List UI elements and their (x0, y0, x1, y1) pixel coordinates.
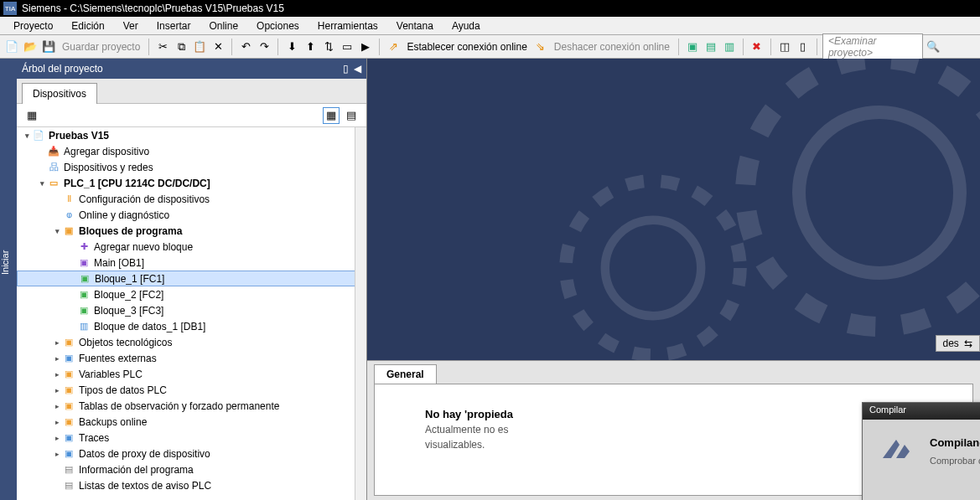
go-online-label[interactable]: Establecer conexión online (403, 41, 530, 53)
project-tree[interactable]: ▾📄Pruebas V15📥Agregar dispositivo品Dispos… (17, 127, 366, 500)
tree-item[interactable]: ▤Listas de textos de aviso PLC (17, 477, 366, 493)
paste-icon[interactable]: 📋 (191, 39, 208, 55)
expand-icon[interactable]: ▸ (52, 418, 62, 426)
tree-tool-icon[interactable]: ▦ (23, 107, 40, 124)
search-input[interactable]: <Examinar proyecto> (822, 34, 923, 60)
search-go-icon[interactable]: 🔍 (925, 39, 941, 55)
redo-icon[interactable]: ↷ (256, 39, 272, 55)
tool-icon-4[interactable]: ✖ (749, 39, 765, 55)
panel-collapse-icon[interactable]: ◀ (354, 63, 361, 75)
tree-item[interactable]: ▸▣Datos de proxy de dispositivo (17, 446, 366, 461)
menu-proyecto[interactable]: Proyecto (5, 18, 61, 34)
node-icon: ▣ (62, 337, 75, 348)
node-label: Tablas de observación y forzado permanen… (79, 400, 279, 412)
tree-item[interactable]: ▣Main [OB1] (17, 255, 366, 271)
tree-item[interactable]: ✚Agregar nuevo bloque (17, 239, 366, 255)
tree-item[interactable]: ▾▭PLC_1 [CPU 1214C DC/DC/DC] (17, 175, 366, 191)
tree-item[interactable]: ▤Información del programa (17, 461, 366, 477)
tree-item[interactable]: ▸▣Tipos de datos PLC (17, 382, 366, 398)
view-grid-icon[interactable]: ▦ (323, 107, 340, 124)
undo-icon[interactable]: ↶ (237, 39, 254, 55)
node-label: Listas de textos de aviso PLC (79, 480, 211, 492)
expand-icon[interactable]: ▸ (52, 370, 62, 379)
left-rail[interactable]: Iniciar (0, 59, 17, 500)
tree-item[interactable]: ⅡConfiguración de dispositivos (17, 191, 366, 207)
tree-item[interactable]: ▥Bloque de datos_1 [DB1] (17, 318, 366, 334)
node-icon: ▤ (62, 464, 75, 476)
sim-icon[interactable]: ▭ (339, 39, 355, 55)
menu-ayuda[interactable]: Ayuda (443, 18, 489, 34)
new-project-icon[interactable]: 📄 (3, 39, 20, 55)
tree-item[interactable]: 品Dispositivos y redes (17, 159, 366, 175)
download-icon[interactable]: ⬆ (302, 39, 319, 55)
run-icon[interactable]: ▶ (357, 39, 374, 55)
node-label: Bloque_2 [FC2] (94, 289, 163, 301)
tree-item[interactable]: ▣Bloque_1 [FC1] (17, 271, 366, 286)
cut-icon[interactable]: ✂ (154, 39, 171, 55)
expand-icon[interactable]: ▸ (52, 434, 62, 442)
tree-item[interactable]: ▣Bloque_2 [FC2] (17, 286, 366, 302)
go-offline-icon[interactable]: ⇘ (532, 39, 549, 55)
menu-ver[interactable]: Ver (115, 18, 147, 34)
node-label: Main [OB1] (94, 257, 144, 269)
tree-item[interactable]: ▸▣Variables PLC (17, 366, 366, 382)
compile-icon[interactable]: ⬇ (283, 39, 300, 55)
tool-icon-2[interactable]: ▤ (703, 39, 719, 55)
save-icon[interactable]: 💾 (40, 39, 57, 55)
tool-icon-3[interactable]: ▥ (721, 39, 738, 55)
layout-icon-2[interactable]: ▯ (795, 39, 811, 55)
expand-icon[interactable]: ▸ (52, 354, 62, 363)
node-icon: 品 (47, 162, 60, 173)
tree-item[interactable]: ▸▣Objetos tecnológicos (17, 334, 366, 350)
layout-icon-1[interactable]: ◫ (776, 39, 793, 55)
props-toggle-icon[interactable]: ⇆ (964, 338, 972, 349)
upload-icon[interactable]: ⇅ (320, 39, 337, 55)
tool-icon-1[interactable]: ▣ (684, 39, 701, 55)
tree-item[interactable]: ▸▣Traces (17, 430, 366, 446)
view-list-icon[interactable]: ▤ (343, 107, 360, 124)
dialog-heading: Compilando la configuración (930, 436, 980, 449)
expand-icon[interactable]: ▸ (52, 402, 62, 410)
save-label: Guardar proyecto (59, 41, 143, 53)
node-icon: ✚ (77, 241, 91, 253)
panel-pin-icon[interactable]: ▯ (343, 63, 349, 75)
window-title: Siemens - C:\Siemens\tecnoplc\Pruebas V1… (22, 3, 284, 14)
tree-item[interactable]: ▸▣Backups online (17, 414, 366, 430)
menu-herramientas[interactable]: Herramientas (309, 18, 386, 34)
node-icon: 📥 (47, 146, 60, 157)
expand-icon[interactable]: ▸ (52, 386, 62, 394)
menu-edicion[interactable]: Edición (63, 18, 112, 34)
tree-item[interactable]: ▸▣Fuentes externas (17, 350, 366, 366)
tab-general[interactable]: General (374, 364, 437, 384)
svg-point-3 (605, 220, 701, 316)
node-label: Agregar dispositivo (64, 146, 149, 157)
tree-item[interactable]: ▣Bloque_3 [FC3] (17, 302, 366, 318)
separator (379, 39, 380, 55)
node-icon: ▣ (77, 305, 91, 317)
node-icon: ▭ (47, 178, 60, 189)
tree-item[interactable]: 📥Agregar dispositivo (17, 143, 366, 159)
open-project-icon[interactable]: 📂 (22, 39, 39, 55)
tree-item[interactable]: ⱷOnline y diagnóstico (17, 207, 366, 223)
expand-icon[interactable]: ▾ (37, 179, 47, 188)
copy-icon[interactable]: ⧉ (173, 39, 189, 55)
menu-opciones[interactable]: Opciones (248, 18, 308, 34)
node-icon: ⱷ (62, 209, 75, 221)
separator (770, 39, 771, 55)
expand-icon[interactable]: ▾ (52, 227, 62, 235)
delete-icon[interactable]: ✕ (210, 39, 226, 55)
menu-online[interactable]: Online (200, 18, 246, 34)
menu-insertar[interactable]: Insertar (148, 18, 200, 34)
node-label: Online y diagnóstico (79, 209, 169, 221)
go-online-icon[interactable]: ⇗ (385, 39, 402, 55)
expand-icon[interactable]: ▾ (22, 131, 32, 140)
properties-right-partial: des ⇆ (936, 335, 980, 352)
tree-item[interactable]: ▾📄Pruebas V15 (17, 127, 366, 143)
tree-scrollbar[interactable] (355, 127, 366, 500)
tree-item[interactable]: ▸▣Tablas de observación y forzado perman… (17, 398, 366, 414)
expand-icon[interactable]: ▸ (52, 450, 62, 458)
tab-dispositivos[interactable]: Dispositivos (22, 83, 97, 104)
menu-ventana[interactable]: Ventana (388, 18, 442, 34)
expand-icon[interactable]: ▸ (52, 338, 62, 347)
tree-item[interactable]: ▾▣Bloques de programa (17, 223, 366, 239)
